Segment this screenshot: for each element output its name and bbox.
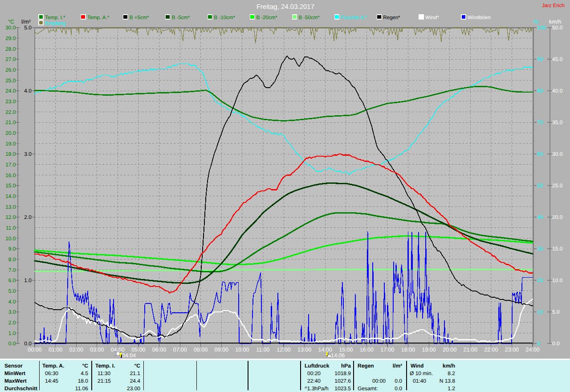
svg-text:20:00: 20:00	[443, 347, 456, 353]
svg-text:8.0: 8.0	[8, 256, 16, 263]
svg-text:70: 70	[537, 119, 543, 125]
svg-text:5.0: 5.0	[24, 24, 32, 31]
svg-text:30.0: 30.0	[5, 24, 16, 31]
svg-text:28.0: 28.0	[5, 46, 16, 52]
svg-text:22:00: 22:00	[484, 347, 498, 353]
svg-text:11:30: 11:30	[98, 370, 110, 376]
svg-text:00:00: 00:00	[372, 378, 386, 384]
svg-text:45.0: 45.0	[552, 56, 563, 62]
svg-text:00:20: 00:20	[307, 370, 321, 376]
svg-text:1027.6: 1027.6	[334, 378, 351, 384]
svg-text:3.0: 3.0	[8, 309, 16, 315]
svg-text:29.0: 29.0	[5, 35, 16, 41]
svg-text:30: 30	[537, 246, 543, 252]
svg-text:14:06: 14:06	[331, 352, 345, 359]
svg-text:Regen: Regen	[358, 363, 374, 369]
svg-text:Wind*: Wind*	[425, 15, 439, 20]
svg-text:10:00: 10:00	[235, 347, 249, 353]
svg-text:0: 0	[537, 340, 540, 347]
svg-text:Ø 10 min.: Ø 10 min.	[410, 370, 433, 376]
svg-text:0.0: 0.0	[8, 340, 16, 347]
svg-text:l/m²: l/m²	[21, 19, 31, 25]
svg-text:4.0: 4.0	[24, 88, 32, 94]
svg-text:15:00: 15:00	[339, 347, 353, 353]
svg-text:04:04: 04:04	[122, 352, 136, 359]
svg-text:24.4: 24.4	[130, 378, 141, 384]
svg-text:16.0: 16.0	[5, 172, 16, 178]
svg-text:km/h: km/h	[549, 19, 561, 25]
svg-text:03:00: 03:00	[90, 347, 104, 353]
svg-text:14:45: 14:45	[45, 378, 58, 384]
svg-text:12:00: 12:00	[277, 347, 290, 353]
svg-text:09:00: 09:00	[215, 347, 228, 353]
svg-text:5.0: 5.0	[8, 288, 16, 294]
svg-text:06:30: 06:30	[45, 370, 58, 376]
svg-text:B +5cm*: B +5cm*	[130, 15, 149, 20]
svg-text:Regen*: Regen*	[383, 15, 400, 20]
svg-text:MinWert: MinWert	[4, 370, 25, 376]
svg-text:^1.3hPa/h: ^1.3hPa/h	[305, 385, 329, 392]
svg-text:Temp. A.: Temp. A.	[42, 363, 64, 369]
svg-text:40.0: 40.0	[552, 88, 563, 94]
svg-text:Durchschnitt: Durchschnitt	[4, 385, 37, 392]
svg-text:20.0: 20.0	[5, 130, 16, 136]
svg-text:14:00: 14:00	[318, 347, 332, 353]
svg-text:17:00: 17:00	[380, 347, 394, 353]
svg-text:0.0: 0.0	[395, 378, 402, 384]
svg-text:0.0: 0.0	[552, 340, 560, 347]
svg-text:%: %	[533, 19, 538, 25]
svg-text:Temp. A.*: Temp. A.*	[87, 15, 110, 20]
svg-text:90: 90	[537, 56, 543, 62]
svg-text:23.0: 23.0	[5, 98, 16, 105]
svg-text:Empfang: Empfang	[45, 21, 65, 26]
svg-text:Temp. I.*: Temp. I.*	[45, 15, 65, 20]
svg-text:25.0: 25.0	[552, 182, 563, 189]
svg-text:24.0: 24.0	[5, 88, 16, 94]
svg-text:35.0: 35.0	[552, 119, 563, 125]
svg-text:Luftdruck: Luftdruck	[305, 363, 330, 369]
svg-text:30.0: 30.0	[552, 151, 563, 157]
svg-text:1.0: 1.0	[24, 277, 32, 283]
svg-text:Windböen: Windböen	[468, 15, 491, 20]
svg-text:B -50cm*: B -50cm*	[298, 15, 320, 20]
svg-text:02:00: 02:00	[69, 347, 83, 353]
svg-text:3.0: 3.0	[24, 151, 32, 157]
svg-text:2.0: 2.0	[8, 319, 16, 326]
svg-text:1.2: 1.2	[448, 385, 455, 392]
svg-text:21:00: 21:00	[464, 347, 477, 353]
svg-text:2.0: 2.0	[24, 214, 32, 220]
svg-text:°C: °C	[134, 363, 141, 369]
svg-text:08:00: 08:00	[194, 347, 208, 353]
svg-text:1.0: 1.0	[8, 330, 16, 336]
svg-text:Feuchte A.*: Feuchte A.*	[341, 15, 367, 20]
svg-text:15.0: 15.0	[5, 182, 16, 189]
svg-text:50.0: 50.0	[552, 24, 563, 31]
svg-text:16:00: 16:00	[360, 347, 374, 353]
svg-text:24:00: 24:00	[525, 347, 539, 353]
svg-text:19:00: 19:00	[422, 347, 436, 353]
svg-text:00:00: 00:00	[28, 347, 41, 353]
svg-text:B -5cm*: B -5cm*	[172, 15, 190, 20]
svg-text:10: 10	[537, 309, 543, 315]
svg-text:MaxWert: MaxWert	[4, 378, 27, 384]
svg-text:100: 100	[537, 24, 546, 31]
svg-text:06:00: 06:00	[152, 347, 166, 353]
svg-text:13:00: 13:00	[297, 347, 311, 353]
svg-text:04:00: 04:00	[111, 347, 125, 353]
svg-text:Sensor: Sensor	[4, 363, 23, 369]
svg-text:7.0: 7.0	[8, 267, 16, 273]
svg-text:5.0: 5.0	[552, 309, 560, 315]
svg-text:05:00: 05:00	[131, 347, 145, 353]
svg-text:l/m²: l/m²	[393, 363, 402, 369]
svg-text:Freitag, 24.03.2017: Freitag, 24.03.2017	[256, 3, 314, 11]
svg-text:Jarz Erich: Jarz Erich	[542, 3, 565, 8]
svg-text:12.0: 12.0	[5, 214, 16, 220]
svg-text:B -10cm*: B -10cm*	[214, 15, 236, 20]
svg-text:19.0: 19.0	[5, 141, 16, 147]
svg-text:17.0: 17.0	[5, 162, 16, 168]
svg-text:21.0: 21.0	[5, 119, 16, 125]
svg-text:11.0: 11.0	[6, 225, 16, 231]
svg-text:10.0: 10.0	[552, 277, 563, 283]
svg-text:13.0: 13.0	[5, 204, 16, 210]
svg-text:20.0: 20.0	[552, 214, 563, 220]
